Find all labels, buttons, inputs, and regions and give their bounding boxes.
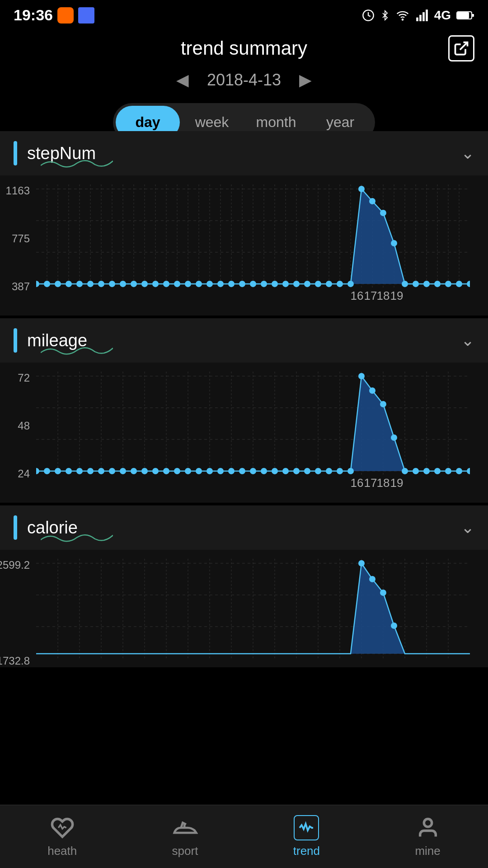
svg-line-9 <box>460 42 468 50</box>
svg-point-135 <box>163 468 169 474</box>
bottom-nav: heath sport trend mine <box>0 805 488 868</box>
svg-point-71 <box>217 281 224 287</box>
svg-rect-8 <box>472 14 474 17</box>
svg-point-162 <box>456 468 462 474</box>
mileage-header[interactable]: mileage ⌄ <box>0 318 488 363</box>
svg-point-85 <box>369 198 375 204</box>
svg-point-61 <box>109 281 115 287</box>
mileage-bar <box>14 328 17 353</box>
svg-point-196 <box>424 819 432 827</box>
svg-point-72 <box>228 281 235 287</box>
trend-wave-icon <box>294 815 319 840</box>
content-scroll[interactable]: stepNum ⌄ 1163 775 387 <box>0 131 488 805</box>
svg-point-152 <box>347 468 354 474</box>
svg-text:17: 17 <box>364 289 377 302</box>
svg-rect-4 <box>422 12 425 21</box>
svg-point-92 <box>445 281 451 287</box>
svg-text:18: 18 <box>377 289 390 302</box>
mileage-chart: 72 48 24 <box>0 363 488 503</box>
svg-point-126 <box>66 468 72 474</box>
svg-point-57 <box>66 281 72 287</box>
svg-point-90 <box>423 281 430 287</box>
stepnum-header[interactable]: stepNum ⌄ <box>0 131 488 175</box>
svg-point-154 <box>369 387 375 394</box>
svg-point-123 <box>36 468 39 474</box>
svg-point-147 <box>293 468 300 474</box>
calorie-section: calorie ⌄ 2599.2 1732.8 <box>0 505 488 667</box>
calorie-chart: 2599.2 1732.8 <box>0 550 488 667</box>
svg-rect-7 <box>457 12 469 19</box>
svg-point-157 <box>402 468 408 474</box>
svg-point-129 <box>98 468 104 474</box>
svg-point-146 <box>282 468 289 474</box>
svg-point-194 <box>380 590 386 596</box>
svg-point-66 <box>163 281 169 287</box>
calorie-bar <box>14 515 17 540</box>
mileage-section: mileage ⌄ 72 48 24 <box>0 318 488 503</box>
bluetooth-icon <box>380 9 390 22</box>
svg-point-84 <box>358 186 365 192</box>
calorie-curve-icon <box>41 531 113 544</box>
shoe-icon <box>173 815 198 840</box>
svg-point-65 <box>152 281 159 287</box>
svg-point-87 <box>391 240 397 246</box>
svg-point-145 <box>272 468 278 474</box>
svg-point-137 <box>185 468 191 474</box>
clock-icon <box>362 9 375 22</box>
mileage-y-labels: 72 48 24 <box>0 372 34 480</box>
mileage-curve-icon <box>41 344 113 357</box>
stepnum-section: stepNum ⌄ 1163 775 387 <box>0 131 488 316</box>
signal-icon <box>415 9 429 22</box>
svg-point-124 <box>44 468 50 474</box>
svg-point-63 <box>131 281 137 287</box>
nav-heath[interactable]: heath <box>47 815 77 858</box>
svg-point-125 <box>55 468 61 474</box>
y-label-bot: 24 <box>18 467 30 480</box>
status-icons: 4G <box>362 8 474 23</box>
svg-point-155 <box>380 401 386 407</box>
svg-point-93 <box>456 281 462 287</box>
battery-icon <box>456 10 474 21</box>
svg-point-60 <box>98 281 104 287</box>
export-button[interactable] <box>448 35 474 61</box>
calorie-y-labels: 2599.2 1732.8 <box>0 559 34 667</box>
calorie-header[interactable]: calorie ⌄ <box>0 505 488 550</box>
y-label-bot: 1732.8 <box>0 655 30 667</box>
app-icon-1 <box>57 7 74 24</box>
current-date: 2018-4-13 <box>207 71 281 90</box>
status-time: 19:36 <box>14 6 53 24</box>
header: trend summary <box>0 28 488 66</box>
4g-label: 4G <box>434 8 451 23</box>
svg-point-59 <box>87 281 94 287</box>
svg-point-144 <box>261 468 267 474</box>
svg-point-140 <box>217 468 224 474</box>
svg-point-136 <box>174 468 180 474</box>
svg-point-82 <box>337 281 343 287</box>
svg-point-138 <box>196 468 202 474</box>
svg-point-1 <box>402 19 403 20</box>
svg-point-142 <box>239 468 245 474</box>
stepnum-chart-svg: 16 17 18 19 <box>36 184 470 302</box>
svg-point-153 <box>358 373 365 379</box>
svg-point-67 <box>174 281 180 287</box>
prev-date-button[interactable]: ◀ <box>176 71 189 90</box>
svg-point-88 <box>402 281 408 287</box>
svg-point-81 <box>326 281 332 287</box>
nav-trend[interactable]: trend <box>293 815 320 858</box>
svg-point-127 <box>76 468 83 474</box>
nav-sport[interactable]: sport <box>172 815 198 858</box>
svg-point-139 <box>206 468 213 474</box>
person-icon <box>415 815 441 840</box>
y-label-mid: 775 <box>12 232 30 245</box>
calorie-chevron-icon: ⌄ <box>461 518 474 537</box>
svg-point-79 <box>304 281 310 287</box>
nav-mine[interactable]: mine <box>415 815 440 858</box>
app-icon-2 <box>78 7 94 24</box>
svg-point-141 <box>228 468 235 474</box>
calorie-chart-svg <box>36 559 470 663</box>
svg-point-163 <box>467 468 470 474</box>
svg-point-192 <box>358 560 365 566</box>
svg-point-76 <box>272 281 278 287</box>
svg-point-193 <box>369 576 375 582</box>
next-date-button[interactable]: ▶ <box>299 71 312 90</box>
